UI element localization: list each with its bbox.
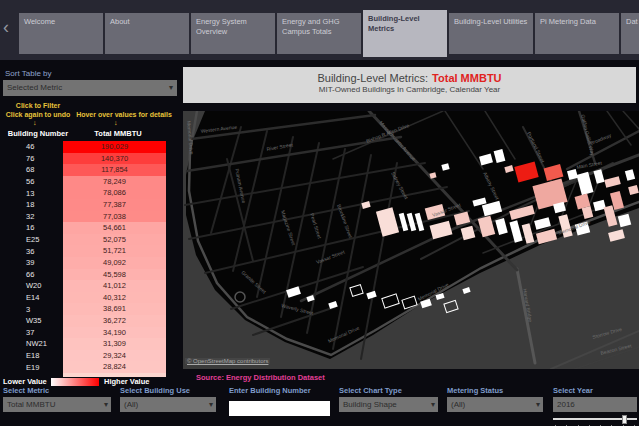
select-metric-label: Select Metric [3, 386, 111, 397]
building-number-cell[interactable]: E14 [0, 293, 63, 302]
metric-value-cell[interactable]: 29,324 [63, 350, 166, 362]
table-row: 3651,721 [0, 245, 180, 257]
map-attribution[interactable]: © OpenStreetMap contributors [185, 358, 270, 364]
building-number-cell[interactable]: W20 [0, 281, 63, 290]
selected-value: Building Shape [343, 400, 397, 409]
metric-value-cell[interactable]: 51,721 [63, 245, 166, 257]
metric-value-cell[interactable]: 41,012 [63, 280, 166, 292]
selected-value: 2016 [557, 400, 575, 409]
table-row: E1928,824 [0, 361, 180, 373]
sort-metric-dropdown[interactable]: Selected Metric ▾ [3, 80, 177, 96]
table-row: E1440,312 [0, 292, 180, 304]
tab-energy-and-ghg-campus-totals[interactable]: Energy and GHG Campus Totals [277, 13, 361, 54]
building-number-cell[interactable]: 68 [0, 165, 63, 174]
building-number-cell[interactable]: E25 [0, 235, 63, 244]
year-slider-handle[interactable] [622, 415, 627, 424]
metric-value-cell[interactable]: 49,092 [63, 257, 166, 269]
building-number-cell[interactable]: 56 [0, 177, 63, 186]
page-subtitle: MIT-Owned Buildings In Cambridge, Calend… [183, 85, 636, 94]
tab-pi-metering-data[interactable]: Pi Metering Data [535, 13, 619, 54]
tab-label: Dat [626, 17, 638, 26]
building-number-input[interactable] [229, 401, 330, 416]
nav-back-chevron[interactable]: ‹ [3, 17, 9, 38]
building-number-cell[interactable]: NW21 [0, 339, 63, 348]
column-header-building-number: Building Number [0, 129, 76, 138]
column-header-total-mmbtu: Total MMBTU [66, 129, 170, 138]
tab-label: Building-Level Metrics [368, 14, 420, 33]
dashboard: ‹ WelcomeAboutEnergy System OverviewEner… [0, 0, 639, 426]
selected-value: Total MMBTU [7, 400, 55, 409]
metric-value-cell[interactable]: 78,249 [63, 176, 166, 188]
select-chart-type-dropdown[interactable]: Building Shape▾ [339, 397, 438, 412]
hover-hint: Hover over values for details [68, 111, 180, 118]
chevron-down-icon: ▾ [536, 397, 540, 412]
building-number-cell[interactable]: 39 [0, 258, 63, 267]
tab-welcome[interactable]: Welcome [19, 13, 103, 54]
building-number-cell[interactable]: 36 [0, 247, 63, 256]
table-row: 46190,029 [0, 141, 180, 153]
building-number-cell[interactable]: 32 [0, 212, 63, 221]
building-number-cell[interactable]: 3 [0, 305, 63, 314]
year-slider[interactable] [553, 415, 637, 426]
color-legend-gradient [51, 378, 99, 386]
tab-label: About [110, 17, 130, 26]
tab-about[interactable]: About [105, 13, 189, 54]
enter-building-number-label: Enter Building Number [229, 386, 330, 397]
metric-value-cell[interactable]: 52,075 [63, 234, 166, 246]
table-row: 68117,854 [0, 164, 180, 176]
building-number-cell[interactable]: 18 [0, 200, 63, 209]
tab-building-level-metrics[interactable]: Building-Level Metrics [363, 10, 447, 57]
tab-building-level-utilities[interactable]: Building-Level Utilities [449, 13, 533, 54]
building-number-cell[interactable]: 46 [0, 142, 63, 151]
metric-value-cell[interactable]: 78,086 [63, 187, 166, 199]
building-number-cell[interactable]: 76 [0, 154, 63, 163]
table-row: 3734,190 [0, 327, 180, 339]
building-number-cell[interactable]: W35 [0, 316, 63, 325]
tab-label: Building-Level Utilities [454, 17, 527, 26]
campus-map[interactable]: Western AvenueRiver StreetPutnam AvenueM… [183, 111, 639, 369]
top-nav-bar: ‹ WelcomeAboutEnergy System OverviewEner… [0, 0, 639, 60]
metric-value-cell[interactable]: 117,854 [63, 164, 166, 176]
select-year-filter: Select Year2016 [553, 386, 637, 426]
nav-tabs: WelcomeAboutEnergy System OverviewEnergy… [19, 0, 639, 60]
table-row: E2552,075 [0, 234, 180, 246]
legend-higher-label: Higher Value [104, 377, 149, 386]
building-number-cell[interactable]: E18 [0, 351, 63, 360]
title-metric: Total MMBTU [432, 72, 501, 84]
table-row: 1877,387 [0, 199, 180, 211]
metering-status-dropdown[interactable]: (All)▾ [447, 397, 543, 412]
select-building-use-dropdown[interactable]: (All)▾ [120, 397, 216, 412]
metric-value-cell[interactable]: 45,598 [63, 269, 166, 281]
metric-value-cell[interactable]: 77,387 [63, 199, 166, 211]
building-number-cell[interactable]: 13 [0, 189, 63, 198]
metric-value-cell[interactable]: 190,029 [63, 141, 166, 153]
building-number-cell[interactable]: 66 [0, 270, 63, 279]
metric-value-cell[interactable]: 40,312 [63, 292, 166, 304]
sort-table-by-label: Sort Table by [5, 69, 52, 78]
metering-status-label: Metering Status [447, 386, 543, 397]
table-row: E1829,324 [0, 350, 180, 362]
metric-value-cell[interactable]: 54,661 [63, 222, 166, 234]
tab-dat[interactable]: Dat [621, 13, 639, 54]
select-year-label: Select Year [553, 386, 637, 397]
building-number-cell[interactable]: 16 [0, 223, 63, 232]
metric-value-cell[interactable]: 34,190 [63, 327, 166, 339]
click-to-filter-hint: Click to Filter [0, 102, 76, 109]
tab-label: Energy and GHG Campus Totals [282, 17, 340, 36]
metric-value-cell[interactable]: 28,824 [63, 361, 166, 373]
building-number-cell[interactable]: 37 [0, 328, 63, 337]
tab-energy-system-overview[interactable]: Energy System Overview [191, 13, 275, 54]
metric-value-cell[interactable]: 140,370 [63, 153, 166, 165]
title-prefix: Building-Level Metrics: [317, 72, 428, 84]
metric-value-cell[interactable]: 77,038 [63, 211, 166, 223]
select-year-box[interactable]: 2016 [553, 397, 637, 412]
metric-value-cell[interactable]: 38,691 [63, 303, 166, 315]
metric-value-cell[interactable]: 36,272 [63, 315, 166, 327]
select-chart-type-label: Select Chart Type [339, 386, 438, 397]
building-number-cell[interactable]: E19 [0, 363, 63, 372]
building-metric-table: 46190,02976140,37068117,8545678,2491378,… [0, 141, 180, 377]
select-metric-dropdown[interactable]: Total MMBTU▾ [3, 397, 111, 412]
tab-label: Pi Metering Data [540, 17, 596, 26]
enter-building-number-filter: Enter Building Number [229, 386, 330, 416]
metric-value-cell[interactable]: 31,309 [63, 338, 166, 350]
